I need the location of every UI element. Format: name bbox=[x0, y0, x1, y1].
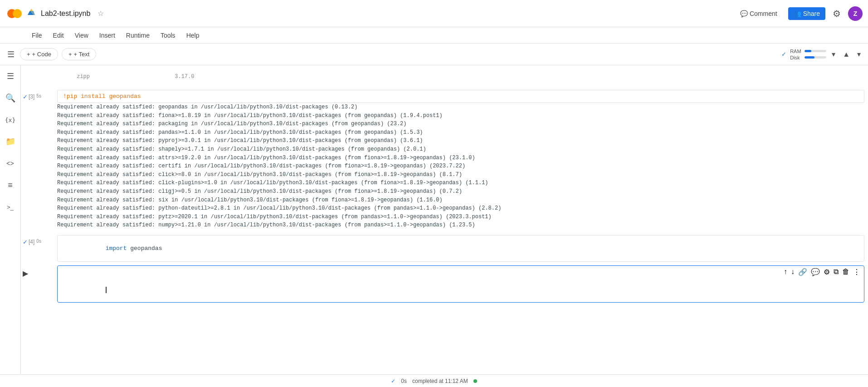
comment-button[interactable]: 💬 Comment bbox=[735, 7, 783, 20]
cell-5-move-down-icon[interactable]: ↓ bbox=[791, 268, 795, 276]
cell-5: ▶ ↑ ↓ 🔗 💬 ⚙ ⧉ 🗑 ⋮ bbox=[21, 265, 868, 303]
ram-bar-fill bbox=[805, 50, 811, 52]
cell-5-delete-icon[interactable]: 🗑 bbox=[842, 268, 849, 276]
status-check-icon: ✓ bbox=[391, 378, 395, 384]
menu-help[interactable]: Help bbox=[182, 30, 204, 41]
text-cursor bbox=[106, 287, 107, 293]
plus-icon-text: + bbox=[68, 51, 72, 58]
cell-5-input[interactable] bbox=[58, 278, 864, 302]
add-text-button[interactable]: + + Text bbox=[62, 48, 96, 60]
cell-4-content: import geopandas bbox=[57, 235, 864, 262]
sidebar-icon-toc[interactable]: ☰ bbox=[3, 69, 18, 83]
cell-4-keyword: import bbox=[106, 245, 127, 252]
cell-3-check-icon: ✓ bbox=[23, 93, 28, 100]
cell-5-move-up-icon[interactable]: ↑ bbox=[784, 268, 787, 276]
cell-5-settings-icon[interactable]: ⚙ bbox=[824, 268, 830, 276]
cell-4-code[interactable]: import geopandas bbox=[58, 235, 864, 261]
ram-disk-indicator: ✓ RAM Disk ▾ bbox=[781, 48, 837, 60]
add-code-button[interactable]: + + Code bbox=[20, 48, 58, 60]
disk-bar-track bbox=[805, 56, 826, 59]
connect-dropdown-icon[interactable]: ▾ bbox=[830, 48, 837, 60]
cell-4: ✓ [4] 0s import geopandas bbox=[21, 235, 868, 262]
cell-5-more-icon[interactable]: ⋮ bbox=[853, 268, 860, 276]
share-icon: 👥 bbox=[794, 10, 801, 17]
cell-5-run-button-icon: ▶ bbox=[23, 269, 28, 278]
svg-marker-4 bbox=[28, 11, 35, 15]
cell-3-code-text: !pip install geopandas bbox=[63, 93, 141, 100]
sidebar-icon-shell[interactable]: >_ bbox=[3, 200, 18, 214]
menu-runtime[interactable]: Runtime bbox=[122, 30, 154, 41]
expand-sections-icon[interactable]: ▾ bbox=[855, 48, 863, 60]
disk-bar-row: Disk bbox=[790, 55, 826, 60]
comment-icon: 💬 bbox=[740, 10, 748, 17]
cell-4-row: ✓ [4] 0s import geopandas bbox=[21, 235, 868, 262]
sidebar-icon-variables[interactable]: {x} bbox=[3, 113, 18, 127]
ram-disk-bars: RAM Disk bbox=[790, 49, 826, 60]
prev-output: zipp 3.17.0 bbox=[21, 65, 868, 88]
svg-point-1 bbox=[13, 9, 22, 18]
status-dot bbox=[473, 379, 477, 383]
cell-4-check-icon: ✓ bbox=[23, 239, 28, 245]
disk-bar-fill bbox=[805, 56, 814, 59]
cell-3-row: ✓ [3] 5s !pip install geopandas bbox=[21, 90, 868, 103]
status-bar: ✓ 0s completed at 11:12 AM bbox=[0, 374, 868, 387]
cell-4-number: [4] bbox=[29, 239, 34, 245]
cell-5-content[interactable]: ↑ ↓ 🔗 💬 ⚙ ⧉ 🗑 ⋮ bbox=[57, 265, 864, 303]
cell-5-row: ▶ ↑ ↓ 🔗 💬 ⚙ ⧉ 🗑 ⋮ bbox=[21, 265, 868, 303]
cell-3-code[interactable]: !pip install geopandas bbox=[58, 90, 864, 103]
menu-edit[interactable]: Edit bbox=[49, 30, 68, 41]
cell-3-content: !pip install geopandas bbox=[57, 90, 864, 103]
cell-4-module: geopandas bbox=[127, 245, 162, 252]
top-bar: Lab2-test.ipynb ☆ 💬 Comment 👥 Share ⚙ Z bbox=[0, 0, 868, 27]
menu-view[interactable]: View bbox=[70, 30, 93, 41]
sidebar-icon-snippets[interactable]: <> bbox=[3, 156, 18, 171]
cell-4-gutter: ✓ [4] 0s bbox=[21, 235, 57, 245]
ram-bar-row: RAM bbox=[790, 49, 826, 54]
cell-3: ✓ [3] 5s !pip install geopandas Requirem… bbox=[21, 90, 868, 230]
share-button[interactable]: 👥 Share bbox=[788, 7, 825, 20]
status-completed-text: completed at 11:12 AM bbox=[412, 378, 468, 384]
top-bar-actions: 💬 Comment 👥 Share ⚙ Z bbox=[735, 6, 863, 21]
cell-5-copy-icon[interactable]: ⧉ bbox=[834, 268, 839, 276]
menu-file[interactable]: File bbox=[27, 30, 47, 41]
sidebar-icon-terminal[interactable]: ≡ bbox=[3, 178, 18, 192]
cell-5-comment-icon[interactable]: 💬 bbox=[811, 268, 820, 276]
plus-icon-code: + bbox=[27, 51, 30, 58]
sidebar-toggle-icon[interactable]: ☰ bbox=[5, 48, 16, 61]
colab-logo bbox=[5, 5, 24, 23]
collapse-sections-icon[interactable]: ▲ bbox=[841, 49, 852, 60]
sidebar-icon-files[interactable]: 📁 bbox=[3, 134, 18, 149]
status-time: 0s bbox=[401, 378, 407, 384]
menu-insert[interactable]: Insert bbox=[95, 30, 120, 41]
connected-check-icon: ✓ bbox=[781, 51, 786, 58]
user-avatar[interactable]: Z bbox=[848, 6, 863, 21]
cell-5-gutter: ▶ bbox=[21, 265, 57, 278]
menu-tools[interactable]: Tools bbox=[156, 30, 180, 41]
notebook-title[interactable]: Lab2-test.ipynb bbox=[41, 10, 90, 18]
settings-button[interactable]: ⚙ bbox=[831, 6, 843, 21]
ram-bar-track bbox=[805, 50, 826, 52]
star-icon[interactable]: ☆ bbox=[98, 9, 104, 18]
cell-3-number: [3] bbox=[29, 93, 34, 100]
cell-3-output: Requirement already satisfied: geopandas… bbox=[21, 103, 868, 230]
cell-4-runtime: 0s bbox=[36, 239, 41, 244]
drive-icon bbox=[27, 8, 35, 19]
sidebar: ☰ 🔍 {x} 📁 <> ≡ >_ bbox=[0, 65, 21, 387]
toolbar: ☰ + + Code + + Text ✓ RAM Disk ▾ ▲ ▾ bbox=[0, 44, 868, 65]
cell-3-output-text: Requirement already satisfied: geopandas… bbox=[57, 103, 864, 230]
cell-3-gutter: ✓ [3] 5s bbox=[21, 90, 57, 100]
cell-5-link-icon[interactable]: 🔗 bbox=[798, 268, 807, 276]
notebook-content: zipp 3.17.0 ✓ [3] 5s !pip install geopan… bbox=[21, 65, 868, 387]
cell-3-runtime: 5s bbox=[36, 93, 41, 98]
cell-5-toolbar: ↑ ↓ 🔗 💬 ⚙ ⧉ 🗑 ⋮ bbox=[58, 266, 864, 278]
sidebar-icon-search[interactable]: 🔍 bbox=[3, 91, 18, 105]
main-layout: ☰ 🔍 {x} 📁 <> ≡ >_ zipp 3.17.0 ✓ [3] 5s bbox=[0, 65, 868, 387]
menu-bar: File Edit View Insert Runtime Tools Help bbox=[0, 27, 868, 44]
